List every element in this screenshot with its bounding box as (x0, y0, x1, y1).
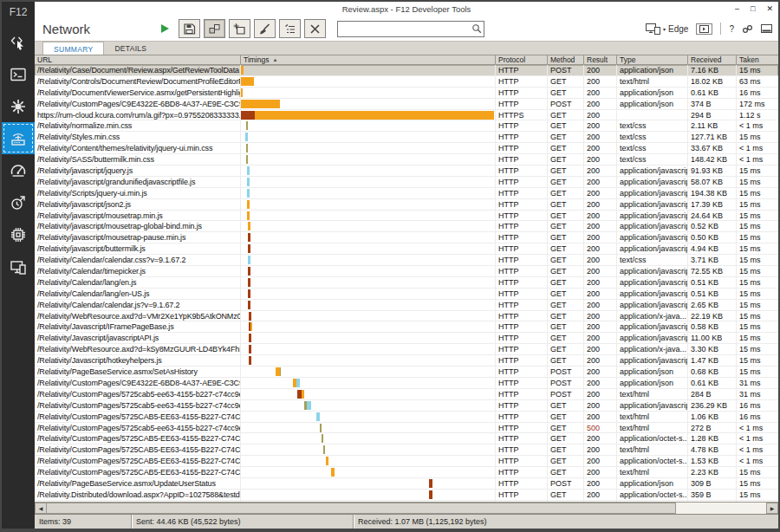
export-har-button[interactable] (179, 19, 200, 38)
tab-details[interactable]: DETAILS (104, 42, 157, 55)
close-icon[interactable]: ✕ (766, 2, 773, 16)
maximize-icon[interactable]: □ (751, 2, 755, 16)
search-input[interactable] (338, 23, 471, 36)
column-header-method[interactable]: Method (548, 55, 584, 64)
cell-method: GET (548, 165, 584, 177)
sidebar-item-performance[interactable] (2, 154, 35, 186)
sidebar-item-console[interactable] (2, 58, 35, 90)
table-row[interactable]: /Relativity/Styles.min.cssHTTPGET200text… (35, 132, 778, 143)
column-header-taken[interactable]: Taken (737, 55, 778, 64)
sidebar-item-devices[interactable] (2, 250, 35, 282)
timing-bar (247, 166, 250, 175)
clear-on-navigate-button[interactable] (229, 19, 250, 38)
table-row[interactable]: /Relativity/javascript/mousetrap.min.jsH… (35, 211, 778, 222)
cell-result: 200 (584, 188, 617, 199)
cell-type: application/javascript (617, 321, 688, 333)
table-row[interactable]: /Relativity/javascript/json2.jsHTTPGET20… (35, 199, 778, 211)
cell-taken: < 1 ms (737, 423, 778, 434)
cell-protocol: HTTP (496, 490, 548, 501)
enable-capture-button[interactable] (153, 19, 175, 38)
cell-protocol: HTTP (496, 188, 548, 199)
table-row[interactable]: /Relativity/CustomPages/5725cab5-ee63-41… (35, 400, 778, 412)
play-icon (159, 23, 171, 35)
sidebar-item-memory[interactable] (2, 186, 35, 218)
table-row[interactable]: /Relativity/Case/Document/Review.aspx/Ge… (35, 65, 778, 76)
help-button[interactable]: ? (729, 24, 734, 34)
cell-taken: 15 ms (737, 289, 778, 300)
table-row[interactable]: /Relativity/Scripts/jquery-ui.min.jsHTTP… (35, 188, 778, 199)
timing-bar (241, 111, 494, 120)
table-row[interactable]: /Relativity/Calendar/timepicker.jsHTTPGE… (35, 266, 778, 277)
clear-cache-button[interactable] (254, 19, 276, 38)
table-row[interactable]: /Relativity/CustomPages/5725CAB5-EE63-41… (35, 456, 778, 467)
pin-button[interactable] (742, 24, 753, 34)
clear-cookies-button[interactable] (279, 19, 301, 38)
table-row[interactable]: /Relativity/Javascript/javascriptAPI.jsH… (35, 333, 778, 344)
column-header-protocol[interactable]: Protocol (496, 55, 548, 64)
table-row[interactable]: /Relativity/normalize.min.cssHTTPGET200t… (35, 120, 778, 132)
cell-method: GET (548, 76, 584, 88)
sidebar-item-emulation[interactable] (2, 218, 35, 250)
table-row[interactable]: /Relativity/javascript/mousetrap-global-… (35, 221, 778, 232)
table-row[interactable]: /Relativity/javascript/grandunifiedjavas… (35, 177, 778, 188)
sidebar-item-network[interactable] (2, 122, 35, 154)
cell-received: 4.94 KB (688, 243, 737, 255)
table-row[interactable]: /Relativity/Calendar/calendar.js?v=9.1.6… (35, 300, 778, 311)
table-row[interactable]: /Relativity/Calendar/lang/en.jsHTTPGET20… (35, 277, 778, 289)
target-chooser[interactable]: ▾ Edge (646, 23, 688, 35)
table-row[interactable]: /Relativity/CustomPages/5725cab5-ee63-41… (35, 389, 778, 400)
cell-url: /Relativity/CustomPages/C9E4322E-6BD8-4A… (35, 378, 241, 389)
minimize-icon[interactable]: – (735, 2, 739, 16)
column-header-received[interactable]: Received (688, 55, 737, 64)
table-row[interactable]: /Relativity/CustomPages/C9E4322E-6BD8-4A… (35, 99, 778, 110)
sidebar-item-dom-explorer[interactable] (2, 26, 35, 58)
table-row[interactable]: /Relativity/javascript/buttermilk.jsHTTP… (35, 243, 778, 255)
table-row[interactable]: https://rum-cloud.kcura.com/rum/a.gif?px… (35, 110, 778, 121)
column-header-type[interactable]: Type (617, 55, 688, 64)
table-row[interactable]: /Relativity/CustomPages/C9E4322E-6BD8-4A… (35, 378, 778, 389)
scroll-left-icon[interactable]: ◀ (35, 503, 47, 514)
timing-bar (326, 457, 328, 465)
table-row[interactable]: /Relativity/CustomPages/5725CAB5-EE63-41… (35, 467, 778, 478)
cell-result: 200 (584, 433, 617, 444)
sidebar-item-debugger[interactable] (2, 90, 35, 122)
record-navigate-button[interactable] (204, 19, 225, 38)
table-row[interactable]: /Relativity/Calendar/calendar.css?v=9.1.… (35, 255, 778, 266)
table-row[interactable]: /Relativity/CustomPages/5725cab5-ee63-41… (35, 423, 778, 434)
table-row[interactable]: /Relativity/Content/themes/relativity/jq… (35, 143, 778, 154)
column-header-timings[interactable]: Timings▲ (241, 55, 496, 64)
undock-button[interactable] (696, 23, 712, 35)
table-row[interactable]: /Relativity/Javascript/hotkeyhelpers.jsH… (35, 355, 778, 367)
table-row[interactable]: /Relativity/CustomPages/5725CAB5-EE63-41… (35, 444, 778, 456)
scrollbar-track[interactable] (676, 503, 766, 514)
table-row[interactable]: /Relativity/DocumentViewerService.asmx/g… (35, 88, 778, 99)
table-row[interactable]: /Relativity/Calendar/lang/en-US.jsHTTPGE… (35, 289, 778, 300)
cell-url: /Relativity/javascript/mousetrap.min.js (35, 211, 241, 222)
table-row[interactable]: /Relativity/Controls/DocumentReview/Docu… (35, 76, 778, 88)
table-row[interactable]: /Relativity/PageBaseService.asmx/UpdateU… (35, 478, 778, 490)
sidebar-items (2, 26, 35, 282)
status-received: Received: 1.07 MB (1,125,192 bytes) (354, 515, 778, 529)
table-row[interactable]: /Relativity/javascript/mousetrap-pause.m… (35, 232, 778, 243)
column-header-url[interactable]: URL (35, 55, 241, 64)
table-row[interactable]: /Relativity/WebResource.axd?d=kSy8MzGUUR… (35, 344, 778, 355)
table-row[interactable]: /Relativity/Javascript/IFramePageBase.js… (35, 321, 778, 333)
table-row[interactable]: /Relativity/SASS/buttermilk.min.cssHTTPG… (35, 154, 778, 165)
cell-url: /Relativity/javascript/mousetrap-global-… (35, 221, 241, 232)
cell-type: application/javascript (617, 243, 688, 255)
scroll-right-icon[interactable]: ▶ (766, 503, 778, 514)
table-row[interactable]: /Relativity.Distributed/download.aspx?Ap… (35, 490, 778, 501)
cell-protocol: HTTP (496, 232, 548, 243)
cell-url: /Relativity/PageBaseService.asmx/UpdateU… (35, 478, 241, 490)
table-row[interactable]: /Relativity/CustomPages/5725CAB5-EE63-41… (35, 412, 778, 423)
table-row[interactable]: /Relativity/WebResource.axd?d=VMr2Xe1YpK… (35, 311, 778, 322)
scrollbar-thumb[interactable] (47, 503, 676, 514)
horizontal-scrollbar: ◀ ▶ (35, 502, 778, 514)
dock-bottom-button[interactable] (761, 24, 772, 33)
tab-summary[interactable]: SUMMARY (42, 42, 104, 55)
table-row[interactable]: /Relativity/CustomPages/5725CAB5-EE63-41… (35, 433, 778, 444)
column-header-result[interactable]: Result (584, 55, 617, 64)
table-row[interactable]: /Relativity/PageBaseService.asmx/SetAsHi… (35, 367, 778, 378)
table-row[interactable]: /Relativity/javascript/jquery.jsHTTPGET2… (35, 165, 778, 177)
clear-entries-button[interactable] (304, 19, 326, 38)
